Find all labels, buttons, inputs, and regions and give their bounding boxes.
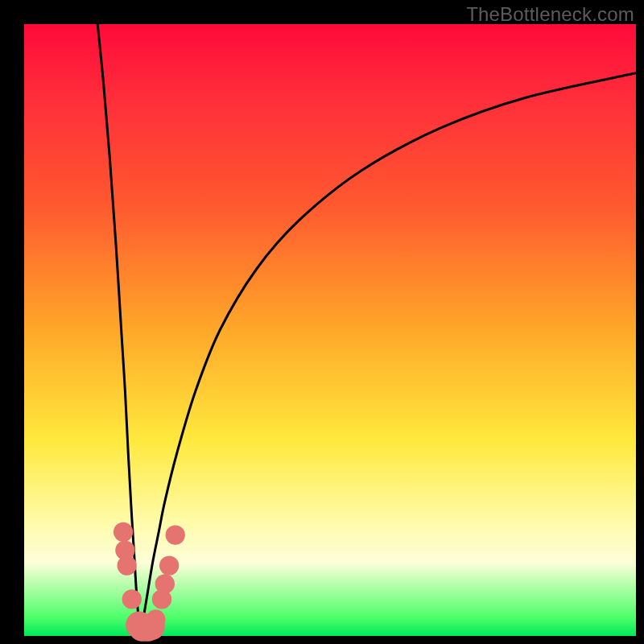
data-marker (159, 555, 179, 575)
data-marker (118, 555, 137, 575)
data-marker (146, 609, 165, 629)
right-branch-line (140, 73, 636, 636)
data-marker (166, 525, 185, 544)
watermark-text: TheBottleneck.com (466, 3, 634, 26)
chart-frame: TheBottleneck.com (0, 0, 644, 644)
data-marker (155, 574, 175, 593)
data-marker (122, 589, 142, 609)
curve-layer (24, 24, 636, 636)
plot-area (24, 24, 636, 636)
data-marker (114, 522, 133, 542)
